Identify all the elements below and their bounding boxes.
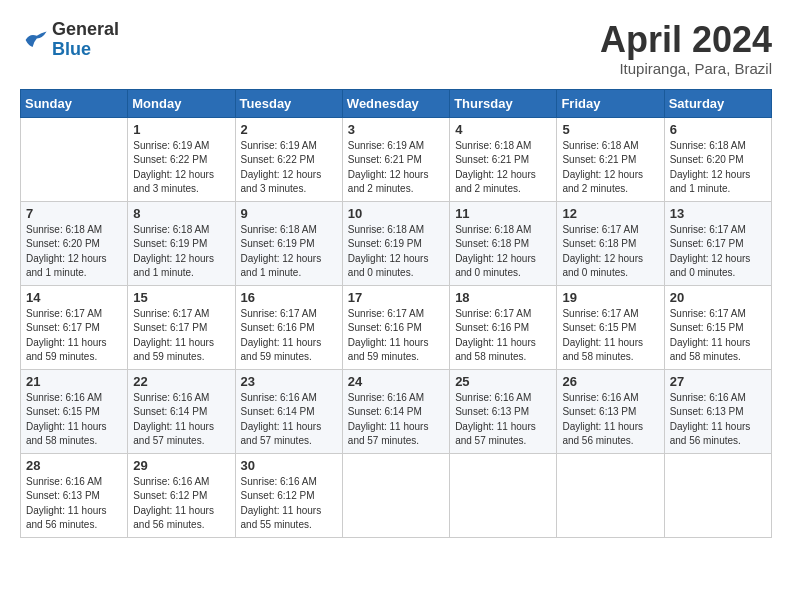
day-of-week-header: Wednesday: [342, 89, 449, 117]
day-number: 6: [670, 122, 766, 137]
day-info: Sunrise: 6:16 AM Sunset: 6:15 PM Dayligh…: [26, 391, 122, 449]
calendar-cell: 1Sunrise: 6:19 AM Sunset: 6:22 PM Daylig…: [128, 117, 235, 201]
day-info: Sunrise: 6:17 AM Sunset: 6:16 PM Dayligh…: [348, 307, 444, 365]
day-number: 15: [133, 290, 229, 305]
day-info: Sunrise: 6:16 AM Sunset: 6:13 PM Dayligh…: [562, 391, 658, 449]
day-number: 5: [562, 122, 658, 137]
day-info: Sunrise: 6:17 AM Sunset: 6:15 PM Dayligh…: [562, 307, 658, 365]
calendar-week-row: 7Sunrise: 6:18 AM Sunset: 6:20 PM Daylig…: [21, 201, 772, 285]
calendar-cell: 21Sunrise: 6:16 AM Sunset: 6:15 PM Dayli…: [21, 369, 128, 453]
day-number: 4: [455, 122, 551, 137]
day-of-week-header: Sunday: [21, 89, 128, 117]
day-number: 7: [26, 206, 122, 221]
day-info: Sunrise: 6:18 AM Sunset: 6:19 PM Dayligh…: [133, 223, 229, 281]
day-of-week-header: Monday: [128, 89, 235, 117]
day-number: 27: [670, 374, 766, 389]
calendar-cell: 17Sunrise: 6:17 AM Sunset: 6:16 PM Dayli…: [342, 285, 449, 369]
day-number: 13: [670, 206, 766, 221]
day-number: 24: [348, 374, 444, 389]
calendar-cell: 7Sunrise: 6:18 AM Sunset: 6:20 PM Daylig…: [21, 201, 128, 285]
day-number: 28: [26, 458, 122, 473]
calendar-cell: 6Sunrise: 6:18 AM Sunset: 6:20 PM Daylig…: [664, 117, 771, 201]
calendar-cell: 20Sunrise: 6:17 AM Sunset: 6:15 PM Dayli…: [664, 285, 771, 369]
day-number: 16: [241, 290, 337, 305]
day-info: Sunrise: 6:16 AM Sunset: 6:12 PM Dayligh…: [241, 475, 337, 533]
location-title: Itupiranga, Para, Brazil: [600, 60, 772, 77]
day-number: 19: [562, 290, 658, 305]
calendar-cell: [557, 453, 664, 537]
day-number: 10: [348, 206, 444, 221]
logo: General Blue: [20, 20, 119, 60]
calendar-cell: 10Sunrise: 6:18 AM Sunset: 6:19 PM Dayli…: [342, 201, 449, 285]
calendar-week-row: 14Sunrise: 6:17 AM Sunset: 6:17 PM Dayli…: [21, 285, 772, 369]
calendar-cell: 30Sunrise: 6:16 AM Sunset: 6:12 PM Dayli…: [235, 453, 342, 537]
day-number: 11: [455, 206, 551, 221]
day-info: Sunrise: 6:16 AM Sunset: 6:13 PM Dayligh…: [455, 391, 551, 449]
day-info: Sunrise: 6:19 AM Sunset: 6:22 PM Dayligh…: [241, 139, 337, 197]
day-info: Sunrise: 6:18 AM Sunset: 6:21 PM Dayligh…: [562, 139, 658, 197]
day-info: Sunrise: 6:18 AM Sunset: 6:20 PM Dayligh…: [26, 223, 122, 281]
calendar-week-row: 1Sunrise: 6:19 AM Sunset: 6:22 PM Daylig…: [21, 117, 772, 201]
calendar-cell: 14Sunrise: 6:17 AM Sunset: 6:17 PM Dayli…: [21, 285, 128, 369]
calendar-cell: 19Sunrise: 6:17 AM Sunset: 6:15 PM Dayli…: [557, 285, 664, 369]
day-info: Sunrise: 6:17 AM Sunset: 6:16 PM Dayligh…: [455, 307, 551, 365]
calendar-cell: 3Sunrise: 6:19 AM Sunset: 6:21 PM Daylig…: [342, 117, 449, 201]
calendar-cell: [450, 453, 557, 537]
logo-general-text: General: [52, 20, 119, 40]
calendar-cell: 5Sunrise: 6:18 AM Sunset: 6:21 PM Daylig…: [557, 117, 664, 201]
day-info: Sunrise: 6:16 AM Sunset: 6:14 PM Dayligh…: [241, 391, 337, 449]
day-of-week-header: Tuesday: [235, 89, 342, 117]
day-info: Sunrise: 6:16 AM Sunset: 6:13 PM Dayligh…: [670, 391, 766, 449]
day-info: Sunrise: 6:16 AM Sunset: 6:14 PM Dayligh…: [348, 391, 444, 449]
day-number: 12: [562, 206, 658, 221]
calendar-cell: [21, 117, 128, 201]
day-info: Sunrise: 6:18 AM Sunset: 6:18 PM Dayligh…: [455, 223, 551, 281]
logo-bird-icon: [20, 26, 48, 54]
calendar-cell: 23Sunrise: 6:16 AM Sunset: 6:14 PM Dayli…: [235, 369, 342, 453]
day-number: 30: [241, 458, 337, 473]
day-number: 18: [455, 290, 551, 305]
day-info: Sunrise: 6:16 AM Sunset: 6:12 PM Dayligh…: [133, 475, 229, 533]
day-info: Sunrise: 6:16 AM Sunset: 6:14 PM Dayligh…: [133, 391, 229, 449]
day-of-week-header: Friday: [557, 89, 664, 117]
day-info: Sunrise: 6:17 AM Sunset: 6:17 PM Dayligh…: [670, 223, 766, 281]
day-number: 17: [348, 290, 444, 305]
day-info: Sunrise: 6:17 AM Sunset: 6:16 PM Dayligh…: [241, 307, 337, 365]
day-number: 2: [241, 122, 337, 137]
calendar-week-row: 28Sunrise: 6:16 AM Sunset: 6:13 PM Dayli…: [21, 453, 772, 537]
day-number: 22: [133, 374, 229, 389]
calendar-cell: 22Sunrise: 6:16 AM Sunset: 6:14 PM Dayli…: [128, 369, 235, 453]
day-info: Sunrise: 6:19 AM Sunset: 6:22 PM Dayligh…: [133, 139, 229, 197]
calendar-cell: 29Sunrise: 6:16 AM Sunset: 6:12 PM Dayli…: [128, 453, 235, 537]
calendar-cell: 24Sunrise: 6:16 AM Sunset: 6:14 PM Dayli…: [342, 369, 449, 453]
calendar-cell: 26Sunrise: 6:16 AM Sunset: 6:13 PM Dayli…: [557, 369, 664, 453]
day-number: 29: [133, 458, 229, 473]
calendar-cell: 15Sunrise: 6:17 AM Sunset: 6:17 PM Dayli…: [128, 285, 235, 369]
day-number: 21: [26, 374, 122, 389]
day-number: 25: [455, 374, 551, 389]
calendar-cell: 25Sunrise: 6:16 AM Sunset: 6:13 PM Dayli…: [450, 369, 557, 453]
day-info: Sunrise: 6:17 AM Sunset: 6:17 PM Dayligh…: [133, 307, 229, 365]
calendar-cell: 4Sunrise: 6:18 AM Sunset: 6:21 PM Daylig…: [450, 117, 557, 201]
day-number: 3: [348, 122, 444, 137]
day-info: Sunrise: 6:17 AM Sunset: 6:18 PM Dayligh…: [562, 223, 658, 281]
day-info: Sunrise: 6:17 AM Sunset: 6:17 PM Dayligh…: [26, 307, 122, 365]
day-number: 20: [670, 290, 766, 305]
logo-text: General Blue: [52, 20, 119, 60]
day-info: Sunrise: 6:19 AM Sunset: 6:21 PM Dayligh…: [348, 139, 444, 197]
month-title: April 2024: [600, 20, 772, 60]
calendar-week-row: 21Sunrise: 6:16 AM Sunset: 6:15 PM Dayli…: [21, 369, 772, 453]
day-info: Sunrise: 6:18 AM Sunset: 6:20 PM Dayligh…: [670, 139, 766, 197]
day-of-week-header: Thursday: [450, 89, 557, 117]
calendar-cell: 12Sunrise: 6:17 AM Sunset: 6:18 PM Dayli…: [557, 201, 664, 285]
calendar-header-row: SundayMondayTuesdayWednesdayThursdayFrid…: [21, 89, 772, 117]
day-number: 23: [241, 374, 337, 389]
header: General Blue April 2024 Itupiranga, Para…: [20, 20, 772, 77]
calendar-cell: 2Sunrise: 6:19 AM Sunset: 6:22 PM Daylig…: [235, 117, 342, 201]
day-info: Sunrise: 6:16 AM Sunset: 6:13 PM Dayligh…: [26, 475, 122, 533]
calendar-cell: [342, 453, 449, 537]
calendar-cell: 18Sunrise: 6:17 AM Sunset: 6:16 PM Dayli…: [450, 285, 557, 369]
calendar-table: SundayMondayTuesdayWednesdayThursdayFrid…: [20, 89, 772, 538]
day-number: 9: [241, 206, 337, 221]
calendar-cell: 13Sunrise: 6:17 AM Sunset: 6:17 PM Dayli…: [664, 201, 771, 285]
